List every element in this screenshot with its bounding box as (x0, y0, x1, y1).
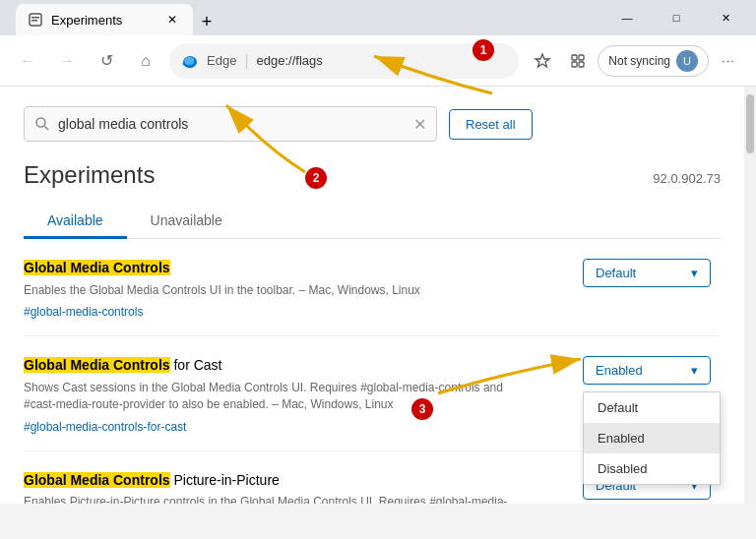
close-button[interactable]: ✕ (703, 0, 748, 35)
version-text: 92.0.902.73 (653, 171, 721, 186)
reset-all-button[interactable]: Reset all (449, 109, 533, 140)
more-button[interactable]: ··· (713, 45, 744, 77)
url-divider: | (244, 52, 248, 70)
experiment-info-2: Global Media Controls Picture-in-Picture… (24, 471, 536, 504)
scrollbar-thumb[interactable] (746, 94, 754, 153)
edge-label: Edge (207, 53, 236, 68)
toolbar-icons: Not syncing U ··· (527, 45, 744, 77)
scrollbar[interactable] (744, 87, 756, 504)
edge-logo-icon (181, 52, 199, 70)
experiment-desc-2: Enables Picture-in-Picture controls in t… (24, 494, 536, 504)
experiment-highlight-2: Global Media Controls (24, 472, 170, 488)
chevron-down-icon-1: ▾ (691, 363, 698, 378)
svg-rect-4 (572, 55, 577, 60)
svg-rect-2 (32, 20, 37, 22)
tab-unavailable[interactable]: Unavailable (127, 205, 246, 239)
dropdown-option-default[interactable]: Default (584, 392, 720, 423)
url-bar[interactable]: Edge | edge://flags (169, 43, 519, 79)
profile-avatar: U (676, 50, 698, 72)
svg-rect-7 (579, 62, 584, 67)
experiment-title-rest-1: for Cast (170, 357, 222, 373)
collections-button[interactable] (562, 45, 594, 77)
tabs-row: Available Unavailable (24, 205, 721, 239)
browser-tab[interactable]: Experiments ✕ (16, 4, 193, 35)
not-syncing-label: Not syncing (608, 54, 670, 68)
experiment-link-0[interactable]: #global-media-controls (24, 305, 143, 319)
search-input[interactable] (58, 116, 406, 132)
experiment-desc-0: Enables the Global Media Controls UI in … (24, 282, 536, 299)
page-content: ✕ Reset all Experiments 92.0.902.73 Avai… (0, 87, 744, 504)
search-icon (34, 116, 50, 132)
tab-close-button[interactable]: ✕ (163, 11, 181, 29)
title-bar: Experiments ✕ + — □ ✕ (0, 0, 756, 35)
experiment-title-0: Global Media Controls (24, 259, 536, 278)
experiment-item-0: Global Media Controls Enables the Global… (24, 259, 721, 336)
svg-line-9 (45, 127, 49, 131)
experiment-item-1: Global Media Controls for Cast Shows Cas… (24, 356, 721, 450)
dropdown-option-disabled[interactable]: Disabled (584, 453, 720, 484)
experiment-desc-1: Shows Cast sessions in the Global Media … (24, 380, 536, 413)
dropdown-option-enabled[interactable]: Enabled (584, 423, 720, 453)
tab-label: Experiments (51, 13, 122, 28)
svg-rect-1 (32, 17, 39, 19)
experiment-control-1: Enabled ▾ Default Enabled Disabled (583, 356, 721, 385)
search-input-container[interactable]: ✕ (24, 106, 437, 142)
dropdown-menu-1: Default Enabled Disabled (583, 391, 721, 485)
refresh-button[interactable]: ↺ (91, 45, 122, 77)
experiment-select-value-1: Enabled (596, 363, 643, 378)
new-tab-button[interactable]: + (193, 8, 220, 35)
experiment-title-1: Global Media Controls for Cast (24, 356, 536, 376)
profile-button[interactable]: Not syncing U (598, 45, 709, 77)
experiment-control-0: Default ▾ (583, 259, 721, 287)
experiment-select-0[interactable]: Default ▾ (583, 259, 711, 287)
favorites-button[interactable] (527, 45, 558, 77)
minimize-button[interactable]: — (604, 0, 650, 35)
experiment-select-1[interactable]: Enabled ▾ (583, 356, 711, 385)
maximize-button[interactable]: □ (654, 0, 699, 35)
experiment-title-2: Global Media Controls Picture-in-Picture (24, 471, 536, 491)
chevron-down-icon-0: ▾ (691, 266, 698, 280)
window-controls: — □ ✕ (604, 0, 748, 35)
search-bar-row: ✕ Reset all (24, 106, 721, 142)
address-bar: ← → ↺ ⌂ Edge | edge://flags Not syncing … (0, 35, 756, 87)
search-clear-button[interactable]: ✕ (413, 115, 426, 134)
forward-button[interactable]: → (51, 45, 83, 77)
experiment-select-value-0: Default (596, 266, 636, 280)
experiment-highlight-1: Global Media Controls (24, 357, 170, 373)
tab-icon (28, 12, 43, 28)
experiment-title-rest-2: Picture-in-Picture (170, 472, 280, 488)
tab-available[interactable]: Available (24, 205, 127, 239)
experiment-highlight-0: Global Media Controls (24, 260, 170, 275)
experiment-info-1: Global Media Controls for Cast Shows Cas… (24, 356, 536, 434)
page-title: Experiments (24, 161, 155, 189)
home-button[interactable]: ⌂ (130, 45, 161, 77)
url-text: edge://flags (257, 53, 508, 68)
experiment-link-1[interactable]: #global-media-controls-for-cast (24, 420, 186, 434)
page-title-row: Experiments 92.0.902.73 (24, 161, 721, 189)
experiment-info-0: Global Media Controls Enables the Global… (24, 259, 536, 320)
svg-rect-6 (572, 62, 577, 67)
content-area: ✕ Reset all Experiments 92.0.902.73 Avai… (0, 87, 756, 504)
svg-rect-5 (579, 55, 584, 60)
back-button[interactable]: ← (12, 45, 43, 77)
svg-point-8 (36, 118, 45, 127)
